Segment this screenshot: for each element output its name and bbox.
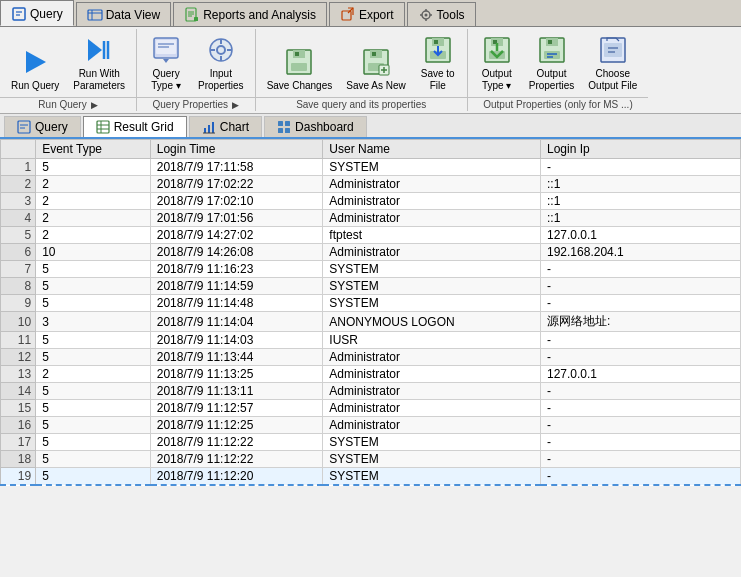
- table-row[interactable]: 12 5 2018/7/9 11:13:44 Administrator -: [1, 349, 741, 366]
- toolbar-group-run-query: Run Query Run With Parameters Run Query …: [0, 29, 137, 111]
- user-name-cell: Administrator: [323, 366, 541, 383]
- tab-export[interactable]: Export: [329, 2, 405, 26]
- row-num-cell: 17: [1, 434, 36, 451]
- reports-tab-icon: [184, 7, 200, 23]
- table-row[interactable]: 2 2 2018/7/9 17:02:22 Administrator ::1: [1, 176, 741, 193]
- user-name-cell: Administrator: [323, 244, 541, 261]
- col-header-login-time: Login Time: [150, 140, 323, 159]
- user-name-cell: Administrator: [323, 400, 541, 417]
- svg-rect-74: [278, 121, 283, 126]
- event-type-cell: 2: [36, 210, 151, 227]
- table-row[interactable]: 18 5 2018/7/9 11:12:22 SYSTEM -: [1, 451, 741, 468]
- row-num-cell: 19: [1, 468, 36, 486]
- toolbar-group-output: OutputType ▾ OutputProperties: [468, 29, 649, 111]
- table-row[interactable]: 4 2 2018/7/9 17:01:56 Administrator ::1: [1, 210, 741, 227]
- table-row[interactable]: 13 2 2018/7/9 11:13:25 Administrator 127…: [1, 366, 741, 383]
- login-ip-cell: -: [541, 332, 741, 349]
- table-row[interactable]: 5 2 2018/7/9 14:27:02 ftptest 127.0.0.1: [1, 227, 741, 244]
- toolbar-group-save: Save Changes Save As New: [256, 29, 468, 111]
- login-ip-cell: -: [541, 159, 741, 176]
- tab-export-label: Export: [359, 8, 394, 22]
- output-type-button[interactable]: OutputType ▾: [472, 31, 522, 95]
- login-time-cell: 2018/7/9 14:27:02: [150, 227, 323, 244]
- save-as-new-button[interactable]: Save As New: [339, 43, 412, 95]
- user-name-cell: Administrator: [323, 349, 541, 366]
- login-time-cell: 2018/7/9 11:13:44: [150, 349, 323, 366]
- login-ip-cell: -: [541, 451, 741, 468]
- sub-tab-bar: Query Result Grid Chart Dashboard: [0, 114, 741, 139]
- query-type-button[interactable]: QueryType ▾: [141, 31, 191, 95]
- table-row[interactable]: 10 3 2018/7/9 11:14:04 ANONYMOUS LOGON 源…: [1, 312, 741, 332]
- login-time-cell: 2018/7/9 17:01:56: [150, 210, 323, 227]
- subtab-result-grid-label: Result Grid: [114, 120, 174, 134]
- login-ip-cell: 127.0.0.1: [541, 227, 741, 244]
- login-ip-cell: -: [541, 349, 741, 366]
- row-num-cell: 7: [1, 261, 36, 278]
- user-name-cell: IUSR: [323, 332, 541, 349]
- choose-output-file-button[interactable]: ChooseOutput File: [581, 31, 644, 95]
- tab-query[interactable]: Query: [0, 0, 74, 26]
- login-time-cell: 2018/7/9 11:14:59: [150, 278, 323, 295]
- table-row[interactable]: 7 5 2018/7/9 11:16:23 SYSTEM -: [1, 261, 741, 278]
- user-name-cell: Administrator: [323, 193, 541, 210]
- table-row[interactable]: 17 5 2018/7/9 11:12:22 SYSTEM -: [1, 434, 741, 451]
- svg-rect-66: [97, 121, 109, 133]
- data-grid-wrapper: Event Type Login Time User Name Login Ip…: [0, 139, 741, 486]
- input-properties-button[interactable]: InputProperties: [191, 31, 251, 95]
- svg-rect-76: [278, 128, 283, 133]
- login-time-cell: 2018/7/9 11:16:23: [150, 261, 323, 278]
- row-num-cell: 6: [1, 244, 36, 261]
- table-row[interactable]: 15 5 2018/7/9 11:12:57 Administrator -: [1, 400, 741, 417]
- table-row[interactable]: 6 10 2018/7/9 14:26:08 Administrator 192…: [1, 244, 741, 261]
- tab-reports-label: Reports and Analysis: [203, 8, 316, 22]
- save-group-label: Save query and its properties: [296, 99, 426, 110]
- table-row[interactable]: 16 5 2018/7/9 11:12:25 Administrator -: [1, 417, 741, 434]
- subtab-dashboard-label: Dashboard: [295, 120, 354, 134]
- export-tab-icon: [340, 7, 356, 23]
- tab-query-label: Query: [30, 7, 63, 21]
- query-props-group-label: Query Properties: [153, 99, 229, 110]
- subtab-query[interactable]: Query: [4, 116, 81, 137]
- login-ip-cell: -: [541, 278, 741, 295]
- login-time-cell: 2018/7/9 11:14:48: [150, 295, 323, 312]
- subtab-dashboard[interactable]: Dashboard: [264, 116, 367, 137]
- table-row[interactable]: 9 5 2018/7/9 11:14:48 SYSTEM -: [1, 295, 741, 312]
- toolbar-group-query-props: QueryType ▾ InputProperties Query Pro: [137, 29, 256, 111]
- row-num-cell: 14: [1, 383, 36, 400]
- login-time-cell: 2018/7/9 11:12:22: [150, 434, 323, 451]
- svg-rect-71: [208, 125, 210, 133]
- table-row[interactable]: 14 5 2018/7/9 11:13:11 Administrator -: [1, 383, 741, 400]
- row-num-cell: 2: [1, 176, 36, 193]
- table-row[interactable]: 8 5 2018/7/9 11:14:59 SYSTEM -: [1, 278, 741, 295]
- row-num-cell: 13: [1, 366, 36, 383]
- table-row[interactable]: 11 5 2018/7/9 11:14:03 IUSR -: [1, 332, 741, 349]
- row-num-cell: 1: [1, 159, 36, 176]
- login-ip-cell: ::1: [541, 193, 741, 210]
- login-time-cell: 2018/7/9 11:13:25: [150, 366, 323, 383]
- subtab-dashboard-icon: [277, 120, 291, 134]
- subtab-chart[interactable]: Chart: [189, 116, 262, 137]
- user-name-cell: SYSTEM: [323, 451, 541, 468]
- tab-reports[interactable]: Reports and Analysis: [173, 2, 327, 26]
- login-time-cell: 2018/7/9 11:12:25: [150, 417, 323, 434]
- login-time-cell: 2018/7/9 17:02:22: [150, 176, 323, 193]
- run-with-parameters-button[interactable]: Run With Parameters: [66, 31, 132, 95]
- event-type-cell: 5: [36, 332, 151, 349]
- tab-dataview[interactable]: Data View: [76, 2, 171, 26]
- save-changes-button[interactable]: Save Changes: [260, 43, 340, 95]
- event-type-cell: 5: [36, 349, 151, 366]
- subtab-result-grid[interactable]: Result Grid: [83, 116, 187, 137]
- svg-rect-10: [194, 17, 198, 21]
- output-properties-button[interactable]: OutputProperties: [522, 31, 582, 95]
- table-row[interactable]: 3 2 2018/7/9 17:02:10 Administrator ::1: [1, 193, 741, 210]
- event-type-cell: 2: [36, 176, 151, 193]
- tab-tools[interactable]: Tools: [407, 2, 476, 26]
- table-row[interactable]: 1 5 2018/7/9 17:11:58 SYSTEM -: [1, 159, 741, 176]
- user-name-cell: ANONYMOUS LOGON: [323, 312, 541, 332]
- run-query-button[interactable]: Run Query: [4, 43, 66, 95]
- col-header-event-type: Event Type: [36, 140, 151, 159]
- save-to-file-button[interactable]: Save toFile: [413, 31, 463, 95]
- svg-rect-70: [204, 128, 206, 133]
- table-row[interactable]: 19 5 2018/7/9 11:12:20 SYSTEM -: [1, 468, 741, 486]
- event-type-cell: 2: [36, 366, 151, 383]
